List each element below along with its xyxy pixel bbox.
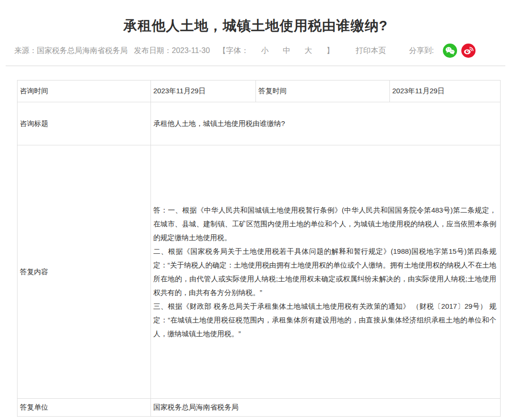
weibo-share-icon[interactable] bbox=[461, 44, 476, 58]
reply-paragraph: 三、根据《财政部 税务总局关于承租集体土地城镇土地使用税有关政策的通知》 （财税… bbox=[153, 299, 496, 340]
header-divider bbox=[6, 65, 505, 66]
source-text: 来源：国家税务总局海南省税务局 bbox=[14, 46, 128, 56]
publish-date-text: 发布日期：2023-11-30 bbox=[134, 46, 210, 56]
wechat-share-icon[interactable] bbox=[443, 44, 457, 58]
reply-unit-value: 国家税务总局海南省税务局 bbox=[151, 399, 501, 417]
font-size-switcher: 【字体： 小 中 大 】 bbox=[219, 46, 334, 56]
consult-time-value: 2023年11月29日 bbox=[151, 80, 256, 102]
reply-unit-label: 答复单位 bbox=[18, 399, 151, 417]
consultation-table: 咨询时间 2023年11月29日 答复时间 2023年11月29日 咨询标题 承… bbox=[17, 80, 501, 417]
font-size-large-button[interactable]: 大 bbox=[305, 46, 312, 56]
reply-paragraph: 二、根据《国家税务局关于土地使用税若干具体问题的解释和暂行规定》(1988)国税… bbox=[153, 244, 496, 299]
font-size-prefix: 【字体： bbox=[219, 46, 249, 56]
reply-time-label: 答复时间 bbox=[256, 80, 390, 102]
reply-content-label: 答复内容 bbox=[18, 145, 151, 399]
table-row-reply-unit: 答复单位 国家税务总局海南省税务局 bbox=[18, 399, 501, 417]
font-size-small-button[interactable]: 小 bbox=[261, 46, 269, 56]
font-size-medium-button[interactable]: 中 bbox=[283, 46, 291, 56]
share-label: 分享到: bbox=[409, 46, 434, 56]
article-meta-bar: 来源：国家税务总局海南省税务局 发布日期：2023-11-30 【字体： 小 中… bbox=[0, 35, 511, 58]
table-row-consult-title: 咨询标题 承租他人土地，城镇土地使用税由谁缴纳? bbox=[18, 102, 501, 145]
consult-title-label: 咨询标题 bbox=[18, 102, 151, 145]
consult-time-label: 咨询时间 bbox=[18, 80, 151, 102]
table-row-reply-content: 答复内容 答：一、根据《中华人民共和国城镇土地使用税暂行条例》(中华人民共和国国… bbox=[18, 145, 501, 399]
reply-content-cell: 答：一、根据《中华人民共和国城镇土地使用税暂行条例》(中华人民共和国国务院令第4… bbox=[151, 145, 501, 399]
article-page: 承租他人土地，城镇土地使用税由谁缴纳? 来源：国家税务总局海南省税务局 发布日期… bbox=[0, 0, 511, 420]
page-title: 承租他人土地，城镇土地使用税由谁缴纳? bbox=[0, 0, 511, 35]
print-page-button[interactable]: 打印本页 bbox=[356, 46, 386, 56]
consult-title-value: 承租他人土地，城镇土地使用税由谁缴纳? bbox=[151, 102, 501, 145]
table-row-times: 咨询时间 2023年11月29日 答复时间 2023年11月29日 bbox=[18, 80, 501, 102]
font-size-suffix: 】 bbox=[326, 46, 334, 56]
reply-time-value: 2023年11月29日 bbox=[390, 80, 501, 102]
reply-paragraph: 答：一、根据《中华人民共和国城镇土地使用税暂行条例》(中华人民共和国国务院令第4… bbox=[153, 203, 496, 244]
share-bar: 分享到: bbox=[409, 44, 476, 58]
reply-content-text: 答：一、根据《中华人民共和国城镇土地使用税暂行条例》(中华人民共和国国务院令第4… bbox=[153, 203, 497, 340]
